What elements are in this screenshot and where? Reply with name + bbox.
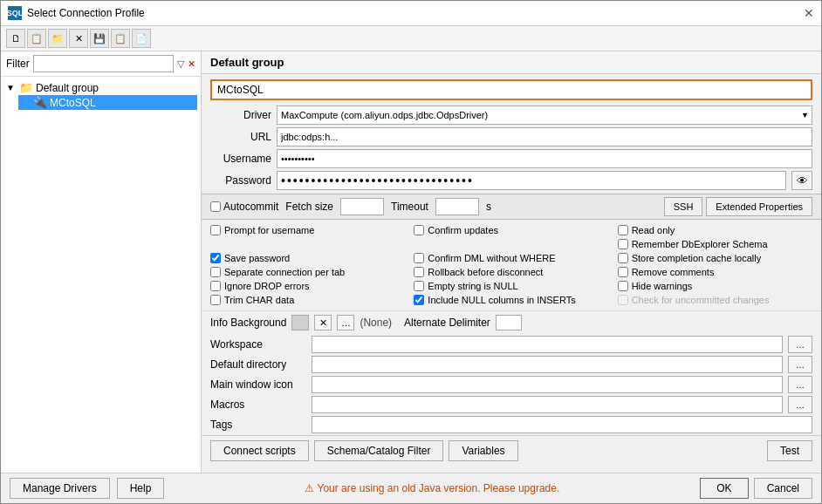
- check-ignore-drop: Ignore DROP errors: [210, 281, 405, 291]
- check-empty-string-checkbox[interactable]: [414, 281, 424, 291]
- connection-name-input[interactable]: [210, 79, 812, 100]
- window-close-button[interactable]: ✕: [804, 6, 814, 20]
- check-uncommitted-label: Check for uncommitted changes: [632, 295, 770, 305]
- alt-delimiter-input[interactable]: [496, 315, 522, 330]
- check-confirm-updates-label: Confirm updates: [428, 225, 498, 235]
- check-remember-schema-label: Remember DbExplorer Schema: [632, 239, 768, 249]
- main-window-icon-input[interactable]: [312, 376, 783, 393]
- password-input[interactable]: [277, 171, 786, 190]
- default-dir-row: Default directory …: [210, 356, 812, 373]
- tree-item-mctosql[interactable]: 🔌 MCtoSQL: [18, 95, 197, 110]
- main-window-icon-label: Main window icon: [210, 378, 306, 391]
- default-dir-input[interactable]: [312, 356, 783, 373]
- check-save-password: Save password: [210, 253, 405, 263]
- default-dir-label: Default directory: [210, 358, 306, 371]
- check-read-only-checkbox[interactable]: [618, 225, 628, 235]
- tree-item-default-group[interactable]: ▼ 📁 Default group: [4, 80, 197, 95]
- alt-delimiter-label: Alternate Delimiter: [404, 317, 490, 329]
- check-save-password-checkbox[interactable]: [210, 253, 221, 263]
- manage-drivers-button[interactable]: Manage Drivers: [10, 478, 110, 499]
- filter-input[interactable]: [33, 55, 174, 72]
- workspace-input[interactable]: [312, 336, 783, 353]
- check-store-cache: Store completion cache locally: [618, 253, 812, 263]
- check-ignore-drop-checkbox[interactable]: [210, 281, 221, 291]
- ok-button[interactable]: OK: [700, 478, 748, 499]
- toolbar-open-button[interactable]: 📁: [48, 29, 67, 48]
- check-separate-connection-checkbox[interactable]: [210, 267, 221, 277]
- timeout-label: Timeout: [391, 201, 428, 213]
- fetch-size-label: Fetch size: [285, 201, 333, 213]
- check-uncommitted-checkbox[interactable]: [618, 295, 628, 305]
- toolbar-move-button[interactable]: 📋: [111, 29, 130, 48]
- url-input[interactable]: [277, 127, 812, 146]
- left-panel: Filter ▽ ✕ ▼ 📁 Default group 🔌 MCtoSQL: [1, 51, 202, 473]
- info-browse-button[interactable]: …: [337, 315, 354, 330]
- check-rollback: Rollback before disconnect: [414, 267, 608, 277]
- check-confirm-updates: Confirm updates: [414, 225, 608, 235]
- form-grid: Driver MaxCompute (com.aliyun.odps.jdbc.…: [202, 106, 821, 190]
- macros-browse-button[interactable]: …: [788, 396, 812, 413]
- extended-properties-button[interactable]: Extended Properties: [706, 197, 812, 216]
- autocommit-checkbox[interactable]: [210, 201, 221, 212]
- check-trim-char: Trim CHAR data: [210, 295, 405, 305]
- tags-input[interactable]: [312, 416, 812, 433]
- timeout-input[interactable]: [435, 198, 479, 215]
- tree-children: 🔌 MCtoSQL: [4, 95, 197, 110]
- workspace-browse-button[interactable]: …: [788, 336, 812, 353]
- footer-right: OK Cancel: [700, 478, 812, 499]
- username-input[interactable]: [277, 149, 812, 168]
- filter-clear-icon[interactable]: ✕: [188, 58, 195, 70]
- toolbar-delete-button[interactable]: ✕: [69, 29, 88, 48]
- check-confirm-updates-checkbox[interactable]: [414, 225, 424, 235]
- bottom-buttons: Connect scripts Schema/Catalog Filter Va…: [202, 435, 821, 466]
- variables-button[interactable]: Variables: [449, 440, 517, 461]
- check-remember-schema: Remember DbExplorer Schema: [618, 239, 812, 249]
- fetch-size-input[interactable]: [340, 198, 384, 215]
- main-window-icon-row: Main window icon …: [210, 376, 812, 393]
- schema-catalog-filter-button[interactable]: Schema/Catalog Filter: [314, 440, 444, 461]
- username-row: Username: [210, 149, 812, 168]
- check-rollback-checkbox[interactable]: [414, 267, 424, 277]
- filter-funnel-icon[interactable]: ▽: [177, 58, 184, 70]
- cancel-button[interactable]: Cancel: [754, 478, 812, 499]
- info-clear-button[interactable]: ✕: [314, 315, 332, 330]
- check-separate-connection: Separate connection per tab: [210, 267, 405, 277]
- options-bar-right: SSH Extended Properties: [664, 197, 812, 216]
- check-trim-char-checkbox[interactable]: [210, 295, 221, 305]
- field-rows: Workspace … Default directory … Main win…: [202, 334, 821, 435]
- check-confirm-dml-label: Confirm DML without WHERE: [428, 253, 555, 263]
- folder-icon: 📁: [19, 81, 33, 94]
- macros-input[interactable]: [312, 396, 783, 413]
- tree-item-label: Default group: [36, 82, 99, 94]
- info-none-text: (None): [360, 317, 392, 329]
- test-button[interactable]: Test: [767, 440, 812, 461]
- toolbar-copy-button[interactable]: 📋: [27, 29, 46, 48]
- toolbar-export-button[interactable]: 📄: [132, 29, 151, 48]
- autocommit-option: Autocommit: [210, 201, 278, 213]
- driver-wrapper: MaxCompute (com.aliyun.odps.jdbc.OdpsDri…: [277, 106, 812, 125]
- toolbar-new-button[interactable]: 🗋: [6, 29, 25, 48]
- main-window-icon-browse-button[interactable]: …: [788, 376, 812, 393]
- check-remove-comments-checkbox[interactable]: [618, 267, 628, 277]
- default-dir-browse-button[interactable]: …: [788, 356, 812, 373]
- check-remember-schema-checkbox[interactable]: [618, 239, 628, 249]
- driver-row: Driver MaxCompute (com.aliyun.odps.jdbc.…: [210, 106, 812, 125]
- driver-select[interactable]: MaxCompute (com.aliyun.odps.jdbc.OdpsDri…: [277, 106, 812, 125]
- info-color-box[interactable]: [291, 315, 309, 330]
- check-store-cache-checkbox[interactable]: [618, 253, 628, 263]
- toolbar: 🗋 📋 📁 ✕ 💾 📋 📄: [1, 26, 821, 51]
- check-prompt-username: Prompt for username: [210, 225, 405, 235]
- workspace-row: Workspace …: [210, 336, 812, 353]
- check-include-null-checkbox[interactable]: [414, 295, 424, 305]
- check-prompt-username-checkbox[interactable]: [210, 225, 221, 235]
- connect-scripts-button[interactable]: Connect scripts: [210, 440, 309, 461]
- toolbar-save-button[interactable]: 💾: [90, 29, 109, 48]
- check-confirm-dml-checkbox[interactable]: [414, 253, 424, 263]
- show-password-button[interactable]: 👁: [791, 171, 812, 190]
- right-panel: Default group Driver MaxCompute (com.ali…: [202, 51, 821, 473]
- url-label: URL: [210, 131, 271, 143]
- check-hide-warnings-checkbox[interactable]: [618, 281, 628, 291]
- main-area: Filter ▽ ✕ ▼ 📁 Default group 🔌 MCtoSQL: [1, 51, 821, 473]
- help-button[interactable]: Help: [117, 478, 165, 499]
- ssh-button[interactable]: SSH: [664, 197, 703, 216]
